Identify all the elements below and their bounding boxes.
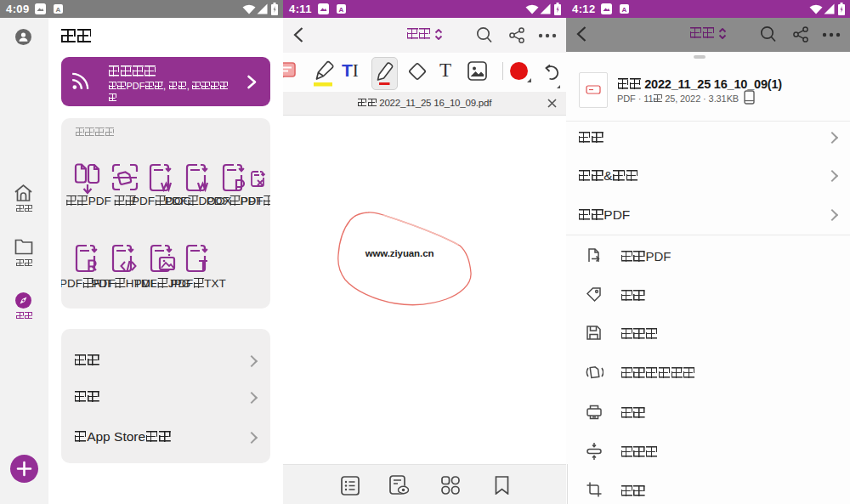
svg-text:A: A	[56, 6, 61, 14]
svg-text:A: A	[622, 6, 627, 14]
svg-text:A: A	[339, 6, 344, 14]
